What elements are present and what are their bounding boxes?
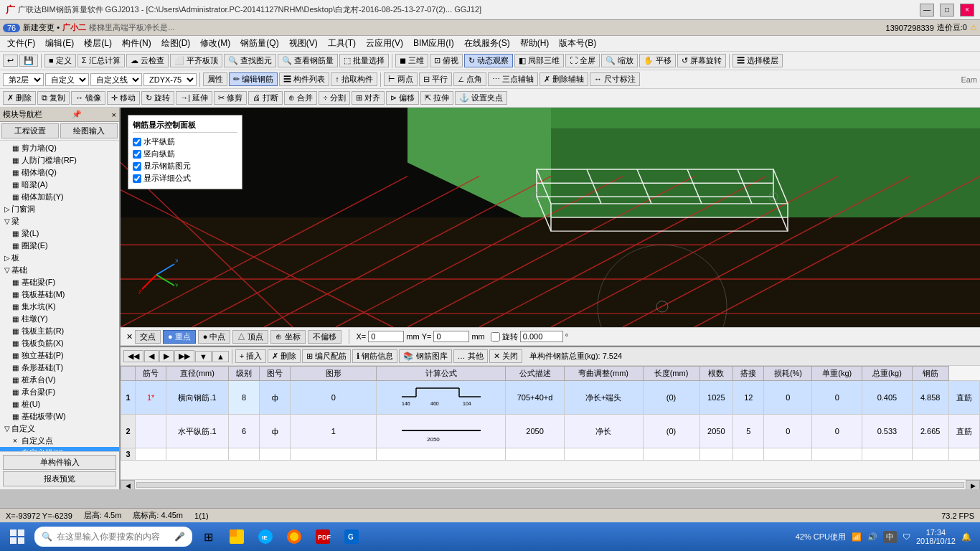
- menu-modify[interactable]: 修改(M): [196, 36, 235, 51]
- menu-tools[interactable]: 工具(T): [324, 36, 360, 51]
- tree-pile[interactable]: ▦ 桩(U): [0, 398, 119, 410]
- door-window-expand[interactable]: ▷: [3, 205, 11, 213]
- taskbar-app5[interactable]: G: [339, 524, 364, 550]
- btn-extend[interactable]: →| 延伸: [176, 91, 212, 105]
- btn-save[interactable]: 💾: [19, 55, 38, 67]
- btn-nav-first[interactable]: ◀◀: [123, 350, 143, 362]
- btn-del-aux[interactable]: ✗ 删除辅轴: [540, 72, 588, 86]
- panel-close-icon[interactable]: ×: [112, 110, 116, 119]
- btn-define[interactable]: ■ 定义: [44, 54, 76, 67]
- scroll-right[interactable]: ▶: [966, 480, 980, 490]
- btn-mirror[interactable]: ↔ 镜像: [71, 91, 105, 105]
- snap-no-offset[interactable]: 不偏移: [308, 330, 341, 344]
- tree-custom-point[interactable]: × 自定义点: [0, 435, 119, 447]
- rotate-checkbox[interactable]: [491, 332, 500, 342]
- btn-rebar-insert[interactable]: + 插入: [235, 349, 266, 363]
- rebar-table-container[interactable]: 筋号 直径(mm) 级别 图号 图形 计算公式 公式描述 弯曲调整(mm) 长度…: [121, 366, 980, 479]
- start-button[interactable]: [3, 524, 32, 550]
- scroll-track[interactable]: [136, 482, 964, 488]
- btn-dynamic-view[interactable]: ↻ 动态观察: [464, 54, 513, 67]
- btn-pan[interactable]: ✋ 平移: [639, 54, 676, 67]
- tree-civil-defense-wall[interactable]: ▦ 人防门槛墙(RF): [0, 154, 119, 166]
- btn-rebar-other[interactable]: … 其他: [453, 349, 488, 363]
- btn-single-component[interactable]: 单构件输入: [3, 455, 116, 470]
- slab-expand[interactable]: ▷: [3, 254, 11, 262]
- snap-endpoint[interactable]: ● 重点: [163, 330, 196, 344]
- floor-select[interactable]: 第2层: [3, 73, 44, 86]
- btn-calculate[interactable]: Σ 汇总计算: [77, 54, 125, 67]
- snap-vertex[interactable]: △ 顶点: [232, 330, 268, 344]
- menu-edit[interactable]: 编辑(E): [41, 36, 78, 51]
- menu-online[interactable]: 在线服务(S): [460, 36, 514, 51]
- btn-project-settings[interactable]: 工程设置: [1, 123, 59, 138]
- btn-fullscreen[interactable]: ⛶ 全屏: [565, 54, 600, 67]
- search-input[interactable]: [57, 532, 170, 542]
- menu-cloud[interactable]: 云应用(V): [362, 36, 407, 51]
- tree-sump[interactable]: ▦ 集水坑(K): [0, 301, 119, 313]
- btn-move[interactable]: ✛ 移动: [107, 91, 140, 105]
- checkbox-show-rebar-element[interactable]: 显示钢筋图元: [133, 160, 237, 172]
- menu-file[interactable]: 文件(F): [3, 36, 39, 51]
- tree-isolated-foundation[interactable]: ▦ 独立基础(P): [0, 349, 119, 362]
- snap-coord[interactable]: ⊕ 坐标: [270, 330, 305, 344]
- btn-nav-down[interactable]: ▼: [195, 351, 212, 362]
- tree-masonry-wall[interactable]: ▦ 砌体墙(Q): [0, 166, 119, 179]
- tree-cap-beam[interactable]: ▦ 承台梁(F): [0, 386, 119, 398]
- minimize-button[interactable]: —: [920, 4, 934, 17]
- checkbox-horizontal-rebar[interactable]: 水平纵筋: [133, 136, 237, 148]
- scroll-left[interactable]: ◀: [121, 480, 135, 490]
- menu-help[interactable]: 帮助(H): [516, 36, 554, 51]
- menu-view[interactable]: 视图(V): [285, 36, 322, 51]
- custom-line-select[interactable]: 自定义线: [90, 73, 142, 86]
- btn-nav-prev[interactable]: ◀: [144, 350, 159, 362]
- btn-print[interactable]: 🖨 打断: [248, 91, 283, 105]
- btn-set-anchor[interactable]: ⚓ 设置夹点: [455, 91, 507, 105]
- btn-trim[interactable]: ✂ 修剪: [214, 91, 247, 105]
- beam-expand[interactable]: ▽: [3, 217, 11, 225]
- btn-edit-rebar[interactable]: ✏ 编辑钢筋: [229, 72, 278, 86]
- snap-midpoint[interactable]: ● 中点: [198, 330, 231, 344]
- btn-property[interactable]: 属性: [203, 72, 227, 86]
- btn-3pt-aux[interactable]: ⋯ 三点辅轴: [488, 72, 538, 86]
- cb-show-rebar-element[interactable]: [133, 162, 141, 171]
- table-row[interactable]: 2 水平纵筋.1 6 ф 1 2050: [121, 415, 980, 448]
- btn-parallel[interactable]: ⊟ 平行: [419, 72, 452, 86]
- table-row[interactable]: 1 1* 横向钢筋.1 8 ф 0: [121, 381, 980, 415]
- btn-rebar-delete[interactable]: ✗ 删除: [268, 349, 301, 363]
- maximize-button[interactable]: □: [940, 4, 954, 17]
- rotate-input[interactable]: [520, 331, 563, 342]
- tree-shear-wall[interactable]: ▦ 剪力墙(Q): [0, 142, 119, 154]
- tree-column-cap[interactable]: ▦ 柱墩(Y): [0, 313, 119, 325]
- tree-strip-foundation[interactable]: ▦ 条形基础(T): [0, 362, 119, 374]
- tree-custom-group[interactable]: ▽ 自定义: [0, 423, 119, 435]
- tree-foundation-strip[interactable]: ▦ 基础板带(W): [0, 410, 119, 423]
- btn-merge[interactable]: ⊕ 合并: [284, 91, 317, 105]
- taskbar-explorer[interactable]: [224, 524, 250, 550]
- btn-cloud-check[interactable]: ☁ 云检查: [126, 54, 169, 67]
- 3d-viewport[interactable]: X Y Z 钢筋显示控制面板 水平纵筋 竖向纵筋: [121, 108, 980, 327]
- menu-bim[interactable]: BIM应用(I): [409, 36, 458, 51]
- btn-zoom[interactable]: 🔍 缩放: [601, 54, 638, 67]
- btn-local-3d[interactable]: ◧ 局部三维: [514, 54, 564, 67]
- tree-door-window[interactable]: ▷ 门窗洞: [0, 203, 119, 215]
- tree-foundation-beam[interactable]: ▦ 基础梁(F): [0, 276, 119, 288]
- x-input[interactable]: [368, 331, 404, 342]
- btn-rotate[interactable]: ↻ 旋转: [141, 91, 174, 105]
- btn-scale-rebar[interactable]: ⊞ 编尺配筋: [302, 349, 351, 363]
- btn-draw-input[interactable]: 绘图输入: [60, 123, 118, 138]
- tree-raft-foundation[interactable]: ▦ 筏板基础(M): [0, 288, 119, 301]
- tree-beam[interactable]: ▦ 梁(L): [0, 227, 119, 240]
- btn-delete[interactable]: ✗ 删除: [3, 91, 36, 105]
- tree-beam-group[interactable]: ▽ 梁: [0, 215, 119, 227]
- btn-batch-select[interactable]: ⬚ 批量选择: [339, 54, 389, 67]
- menu-draw[interactable]: 绘图(D): [157, 36, 195, 51]
- tree-foundation-group[interactable]: ▽ 基础: [0, 264, 119, 276]
- taskbar-taskview[interactable]: ⊞: [195, 524, 221, 550]
- checkbox-show-detail-formula[interactable]: 显示详细公式: [133, 172, 237, 184]
- taskbar-app3[interactable]: [281, 524, 307, 550]
- close-button[interactable]: ×: [960, 4, 974, 17]
- btn-topview[interactable]: ⊡ 俯视: [430, 54, 463, 67]
- taskbar-app2[interactable]: IE: [253, 524, 278, 550]
- btn-rebar-close[interactable]: ✕ 关闭: [489, 349, 522, 363]
- tree-ring-beam[interactable]: ▦ 圈梁(E): [0, 240, 119, 252]
